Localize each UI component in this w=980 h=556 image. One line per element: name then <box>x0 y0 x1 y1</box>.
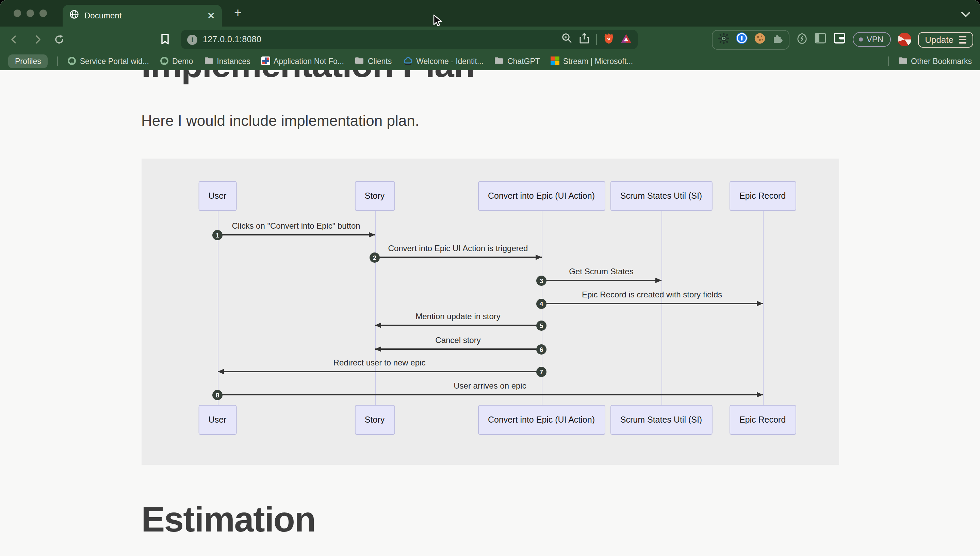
actor-box: Scrum States Util (SI) <box>610 181 712 211</box>
bookmark-item[interactable]: Stream | Microsoft... <box>551 56 633 66</box>
bookmark-label: Clients <box>368 57 392 65</box>
web-page: Implementation Plan Here I would include… <box>0 70 980 556</box>
new-tab-button[interactable]: + <box>234 5 242 20</box>
intro-paragraph: Here I would include implementation plan… <box>141 111 839 131</box>
servicenow-icon <box>68 56 77 66</box>
message-arrowhead-icon <box>756 392 762 397</box>
bookmark-list: Service Portal wid...DemoInstancesApplic… <box>68 56 633 66</box>
vpn-button[interactable]: VPN <box>853 32 891 47</box>
url-text: 127.0.0.1:8080 <box>203 35 556 44</box>
close-window-button[interactable] <box>14 10 21 17</box>
message-arrowhead-icon <box>218 369 224 374</box>
bookmarks-divider-right <box>888 57 888 66</box>
leo-ai-leaf-icon[interactable] <box>797 32 808 47</box>
bookmark-label: Stream | Microsoft... <box>563 57 633 65</box>
close-tab-icon[interactable]: ✕ <box>207 11 215 20</box>
bookmark-item[interactable]: Clients <box>355 57 392 66</box>
onepassword-extension-icon[interactable] <box>736 32 748 47</box>
urlbar-divider <box>596 34 597 45</box>
site-info-icon[interactable]: ! <box>187 34 197 45</box>
cookie-extension-icon[interactable] <box>754 32 766 47</box>
message-number-badge: 8 <box>212 390 223 400</box>
back-button[interactable] <box>9 34 20 48</box>
profiles-button[interactable]: Profiles <box>8 55 48 68</box>
message-arrow-line <box>218 394 762 395</box>
message-label: User arrives on epic <box>454 381 526 391</box>
actor-box: Convert into Epic (UI Action) <box>478 405 605 435</box>
microsoft-icon <box>551 56 560 66</box>
address-bar[interactable]: ! 127.0.0.1:8080 <box>181 30 638 49</box>
actor-box: Story <box>355 405 395 435</box>
bookmark-item[interactable]: Demo <box>160 56 193 66</box>
bookmark-item[interactable]: Welcome - Identit... <box>402 56 484 66</box>
message-arrowhead-icon <box>375 322 381 328</box>
forward-button[interactable] <box>32 34 43 48</box>
bookmark-item[interactable]: ChatGPT <box>494 57 540 66</box>
page-title-implementation-plan: Implementation Plan <box>141 70 839 85</box>
message-number-badge: 4 <box>536 298 546 309</box>
fullscreen-window-button[interactable] <box>39 10 47 17</box>
globe-favicon-icon <box>69 10 79 22</box>
message-label: Clicks on "Convert into Epic" button <box>232 221 360 231</box>
message-label: Redirect user to new epic <box>333 358 426 367</box>
brave-rewards-lion-icon[interactable] <box>604 32 614 47</box>
zoom-page-icon[interactable] <box>562 33 572 46</box>
share-icon[interactable] <box>579 32 589 47</box>
message-arrowhead-icon <box>756 301 762 306</box>
message-arrowhead-icon <box>535 254 541 260</box>
message-number-badge: 1 <box>212 230 223 240</box>
bat-token-icon[interactable] <box>621 33 631 46</box>
message-number-badge: 3 <box>536 275 546 286</box>
vpn-label: VPN <box>867 35 883 44</box>
message-arrowhead-icon <box>368 232 375 237</box>
gear-extension-icon[interactable] <box>718 32 730 47</box>
page-title-estimation: Estimation <box>141 499 839 540</box>
servicenow-icon <box>160 56 169 66</box>
message-label: Get Scrum States <box>569 267 633 276</box>
actor-box: Convert into Epic (UI Action) <box>478 181 605 211</box>
profile-avatar[interactable] <box>898 33 911 46</box>
bookmark-item[interactable]: Service Portal wid... <box>68 56 149 66</box>
actor-box: Scrum States Util (SI) <box>610 405 712 435</box>
message-arrow-line <box>375 257 541 258</box>
message-arrowhead-icon <box>375 346 381 351</box>
message-number-badge: 2 <box>370 252 380 262</box>
traffic-lights <box>14 10 47 17</box>
tab-document[interactable]: Document ✕ <box>63 5 222 27</box>
tab-search-chevron-icon[interactable] <box>961 8 970 20</box>
bookmark-flag-icon[interactable] <box>161 33 170 48</box>
bookmark-item[interactable]: Instances <box>204 57 250 66</box>
toolbar-right-cluster: VPN Update <box>712 27 973 52</box>
message-number-badge: 7 <box>536 367 546 377</box>
minimize-window-button[interactable] <box>27 10 34 17</box>
tab-title: Document <box>84 11 202 20</box>
folder-icon <box>204 57 213 66</box>
actor-box: Epic Record <box>729 181 796 211</box>
bookmarks-divider <box>58 57 58 66</box>
bookmarks-bar: Profiles Service Portal wid...DemoInstan… <box>0 52 980 70</box>
actor-box: Story <box>355 181 395 211</box>
extensions-puzzle-icon[interactable] <box>772 32 784 47</box>
actor-lifeline <box>375 211 375 405</box>
folder-icon <box>355 57 365 66</box>
actor-box: User <box>199 181 237 211</box>
update-button[interactable]: Update <box>918 32 973 47</box>
message-label: Cancel story <box>435 336 481 345</box>
bookmark-label: Application Not Fo... <box>274 57 344 65</box>
wallet-icon[interactable] <box>833 33 846 46</box>
bookmark-label: Service Portal wid... <box>80 57 149 65</box>
update-label: Update <box>925 34 953 45</box>
mouse-cursor <box>433 14 443 30</box>
message-arrow-line <box>541 303 762 304</box>
message-label: Epic Record is created with story fields <box>582 290 722 299</box>
message-label: Convert into Epic UI Action is triggered <box>388 244 528 253</box>
sidebar-toggle-icon[interactable] <box>815 33 827 46</box>
folder-icon <box>494 57 504 66</box>
message-arrow-line <box>375 325 541 326</box>
actor-lifeline <box>661 211 662 405</box>
reload-button[interactable] <box>54 34 65 48</box>
bookmark-item[interactable]: Application Not Fo... <box>262 56 344 66</box>
message-number-badge: 5 <box>536 320 546 330</box>
other-bookmarks-button[interactable]: Other Bookmarks <box>898 57 972 66</box>
other-bookmarks-label: Other Bookmarks <box>911 57 972 65</box>
